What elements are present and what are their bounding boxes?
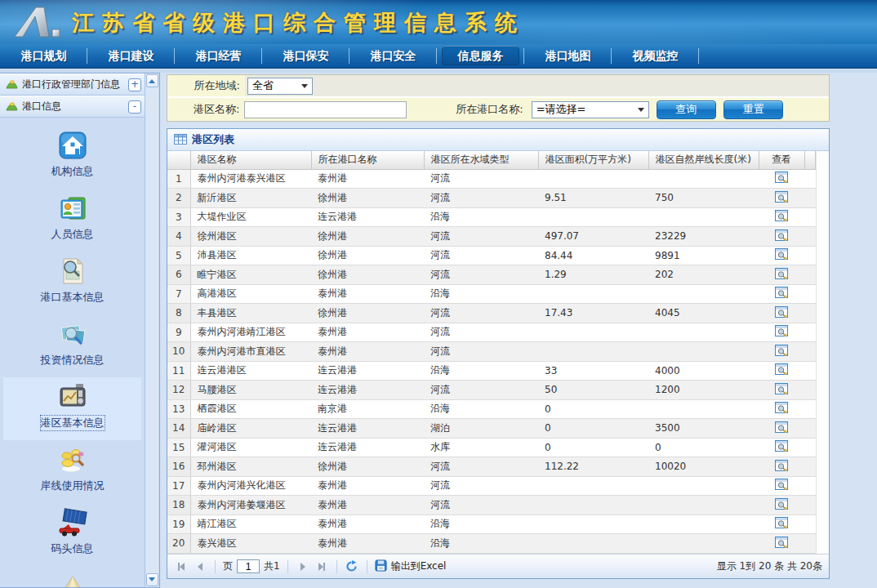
view-magnifier-icon[interactable] [775, 537, 788, 550]
last-page-button[interactable] [314, 559, 329, 574]
col-header-port-name[interactable]: 所在港口名称 [311, 151, 424, 169]
sidebar-item-5[interactable]: 港区基本信息 [3, 377, 141, 440]
view-magnifier-icon[interactable] [775, 287, 788, 301]
nav-tab-8[interactable]: 视频监控 [612, 44, 699, 68]
col-header-area-size[interactable]: 港区面积(万平方米) [538, 151, 648, 169]
cell-spacer [804, 304, 816, 323]
nav-tab-3[interactable]: 港口经营 [175, 44, 262, 68]
sidebar-item-6[interactable]: 岸线使用情况 [3, 440, 141, 503]
sidebar-panel-port-info[interactable]: 港口信息 - [0, 96, 145, 118]
view-magnifier-icon[interactable] [775, 363, 788, 377]
sidebar-item-8[interactable] [3, 566, 141, 587]
cell-port-name: 泰州港 [311, 323, 424, 342]
table-row[interactable]: 1泰州内河港泰兴港区泰州港河流 [167, 169, 816, 189]
table-row[interactable]: 8丰县港区徐州港河流17.434045 [167, 304, 816, 323]
sidebar-item-4[interactable]: 投资情况信息 [3, 314, 141, 377]
cell-water-type: 河流 [424, 169, 538, 189]
table-scrollbar-track[interactable] [816, 151, 829, 554]
table-row[interactable]: 13栖霞港区南京港沿海0 [167, 399, 816, 419]
refresh-icon[interactable] [345, 559, 359, 574]
row-number: 9 [167, 323, 190, 342]
view-magnifier-icon[interactable] [775, 325, 788, 339]
sidebar-scrollbar[interactable] [145, 74, 158, 587]
view-magnifier-icon[interactable] [775, 440, 788, 454]
sidebar-panel-admin-info[interactable]: 港口行政管理部门信息 + [0, 74, 145, 96]
table-row[interactable]: 5沛县港区徐州港河流84.449891 [167, 246, 816, 265]
query-button[interactable]: 查询 [657, 100, 716, 119]
table-row[interactable]: 18泰州内河港姜堰港区泰州港河流 [167, 496, 816, 515]
row-number-header [167, 151, 190, 169]
table-row[interactable]: 10泰州内河港市直港区泰州港河流 [167, 342, 816, 362]
sidebar-item-list: 机构信息人员信息港口基本信息投资情况信息港区基本信息岸线使用情况码头信息 [0, 118, 145, 587]
view-magnifier-icon[interactable] [775, 248, 788, 262]
cell-area-name: 邳州港区 [190, 457, 311, 477]
table-row[interactable]: 19靖江港区泰州港沿海 [167, 514, 816, 534]
table-row[interactable]: 7高港港区泰州港沿海 [167, 284, 816, 304]
view-magnifier-icon[interactable] [775, 172, 788, 185]
prev-page-button[interactable] [193, 559, 207, 574]
sidebar-item-7[interactable]: 码头信息 [3, 503, 141, 566]
first-page-button[interactable] [174, 559, 189, 574]
container-truck-icon [56, 506, 89, 540]
scroll-down-icon[interactable] [146, 573, 158, 586]
table-row[interactable]: 12马腰港区连云港港河流501200 [167, 381, 816, 400]
view-magnifier-icon[interactable] [775, 498, 788, 512]
view-magnifier-icon[interactable] [775, 479, 788, 492]
sidebar-item-2[interactable]: 人员信息 [3, 189, 141, 252]
row-number: 19 [167, 514, 190, 534]
nav-tab-1[interactable]: 港口规划 [0, 44, 87, 68]
table-row[interactable]: 15灌河港区连云港港水库00 [167, 438, 816, 457]
cell-area-size: 0 [538, 399, 648, 419]
sidebar-item-3[interactable]: 港口基本信息 [3, 252, 141, 314]
cell-water-type: 河流 [424, 342, 538, 362]
view-magnifier-icon[interactable] [775, 383, 788, 397]
nav-tab-5[interactable]: 港口安全 [349, 44, 437, 68]
view-magnifier-icon[interactable] [775, 191, 788, 205]
col-header-shoreline-length[interactable]: 港区自然岸线长度(米) [648, 151, 759, 169]
col-header-area-name[interactable]: 港区名称 [190, 151, 311, 169]
table-row[interactable]: 9泰州内河港靖江港区泰州港河流 [167, 323, 816, 342]
nav-tab-7[interactable]: 港口地图 [524, 44, 612, 68]
table-grid-icon [174, 132, 187, 148]
cell-spacer [804, 476, 816, 496]
nav-tab-4[interactable]: 港口保安 [262, 44, 349, 68]
next-page-button[interactable] [296, 559, 310, 574]
view-magnifier-icon[interactable] [775, 229, 788, 243]
cell-view [759, 438, 804, 457]
col-header-water-type[interactable]: 港区所在水域类型 [424, 151, 538, 169]
view-magnifier-icon[interactable] [775, 460, 788, 474]
view-magnifier-icon[interactable] [775, 268, 788, 282]
view-magnifier-icon[interactable] [775, 402, 788, 416]
area-name-input[interactable] [244, 101, 406, 118]
expand-panel-button[interactable]: + [128, 78, 141, 91]
page-number-input[interactable] [237, 559, 260, 573]
nav-tab-2[interactable]: 港口建设 [87, 44, 175, 68]
region-select[interactable]: 全省 [247, 78, 313, 95]
cell-spacer [804, 514, 816, 534]
sidebar-item-label: 投资情况信息 [41, 353, 105, 368]
table-row[interactable]: 14庙岭港区连云港港湖泊03500 [167, 419, 816, 439]
table-row[interactable]: 11连云港港区连云港港沿海334000 [167, 361, 816, 381]
export-excel-button[interactable]: 输出到Excel [375, 559, 447, 574]
table-row[interactable]: 3大堤作业区连云港港沿海 [167, 207, 816, 227]
table-row[interactable]: 16邳州港区徐州港河流112.2210020 [167, 457, 816, 477]
view-magnifier-icon[interactable] [775, 345, 788, 359]
table-header-row: 港区名称 所在港口名称 港区所在水域类型 港区面积(万平方米) 港区自然岸线长度… [167, 151, 816, 169]
view-magnifier-icon[interactable] [775, 517, 788, 531]
view-magnifier-icon[interactable] [775, 210, 788, 224]
nav-tab-6[interactable]: 信息服务 [437, 44, 524, 68]
view-magnifier-icon[interactable] [775, 421, 788, 435]
cell-view [759, 189, 804, 208]
view-magnifier-icon[interactable] [775, 306, 788, 320]
collapse-panel-button[interactable]: - [128, 100, 141, 114]
reset-button[interactable]: 重置 [723, 100, 783, 119]
sidebar-item-1[interactable]: 机构信息 [3, 126, 141, 189]
table-row[interactable]: 4徐州港区徐州港河流497.0723229 [167, 227, 816, 247]
table-row[interactable]: 17泰州内河港兴化港区泰州港河流 [167, 476, 816, 496]
table-row[interactable]: 20泰兴港区泰州港沿海 [167, 534, 816, 554]
scroll-up-icon[interactable] [146, 74, 158, 87]
table-row[interactable]: 2新沂港区徐州港河流9.51750 [167, 189, 816, 208]
table-row[interactable]: 6睢宁港区徐州港河流1.29202 [167, 265, 816, 285]
cell-spacer [804, 265, 816, 285]
port-name-select[interactable]: =请选择= [532, 101, 649, 118]
